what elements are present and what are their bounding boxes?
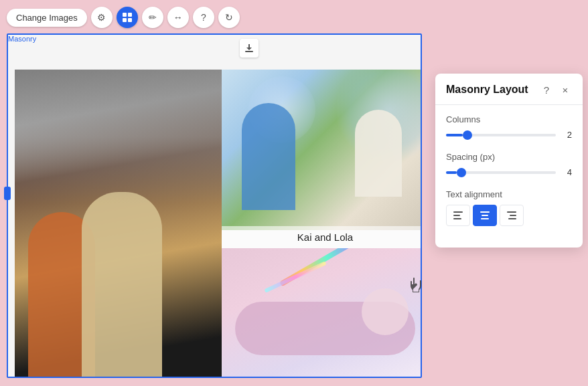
spacing-label: Spacing (px) xyxy=(446,152,572,162)
spacing-slider-row: 4 xyxy=(446,167,572,177)
toolbar: Change Images ⚙ ✏ ↔ ? ↻ xyxy=(7,7,240,28)
svg-rect-8 xyxy=(480,211,490,213)
svg-rect-11 xyxy=(507,211,516,213)
masonry-layout-panel: Masonry Layout ? × Columns 2 Spacing (px… xyxy=(435,74,583,248)
svg-rect-12 xyxy=(510,215,516,216)
svg-rect-6 xyxy=(453,215,460,216)
svg-rect-5 xyxy=(453,211,463,213)
flip-button[interactable]: ↔ xyxy=(167,7,189,28)
panel-header: Masonry Layout ? × xyxy=(435,74,583,105)
text-alignment-section: Text alignment xyxy=(446,189,572,226)
masonry-grid: Rick and Joe Kai and Lola xyxy=(15,70,422,378)
svg-rect-9 xyxy=(482,215,488,216)
panel-help-button[interactable]: ? xyxy=(540,83,553,96)
spacing-section: Spacing (px) 4 xyxy=(446,152,572,177)
svg-rect-10 xyxy=(481,218,489,219)
spacing-slider-thumb[interactable] xyxy=(457,168,466,177)
spacing-slider-fill xyxy=(446,171,457,174)
text-alignment-label: Text alignment xyxy=(446,189,572,199)
panel-close-button[interactable]: × xyxy=(559,83,572,96)
canvas-label: Masonry xyxy=(8,35,36,43)
image-caption-kai-lola: Kai and Lola xyxy=(222,226,422,248)
svg-rect-4 xyxy=(245,51,253,52)
align-buttons-group xyxy=(446,205,572,226)
panel-body: Columns 2 Spacing (px) 4 Text al xyxy=(435,105,583,248)
resize-handle[interactable] xyxy=(4,187,11,200)
svg-rect-1 xyxy=(128,13,132,17)
download-button[interactable] xyxy=(240,39,259,58)
columns-label: Columns xyxy=(446,114,572,124)
settings-button[interactable]: ⚙ xyxy=(91,7,113,28)
panel-header-icons: ? × xyxy=(540,83,572,96)
edit-button[interactable]: ✏ xyxy=(142,7,163,28)
change-images-button[interactable]: Change Images xyxy=(7,9,87,27)
columns-slider-row: 2 xyxy=(446,130,572,140)
canvas-area: Rick and Joe Kai and Lola xyxy=(7,33,422,378)
columns-value: 2 xyxy=(563,130,572,140)
columns-section: Columns 2 xyxy=(446,114,572,140)
spacing-slider-track[interactable] xyxy=(446,171,556,174)
svg-rect-13 xyxy=(508,218,516,219)
panel-title: Masonry Layout xyxy=(446,84,528,96)
spacing-value: 4 xyxy=(563,167,572,177)
columns-slider-fill xyxy=(446,134,463,136)
refresh-button[interactable]: ↻ xyxy=(218,7,240,28)
align-center-button[interactable] xyxy=(473,205,497,226)
layout-button[interactable] xyxy=(117,7,138,28)
align-right-button[interactable] xyxy=(500,205,524,226)
align-left-button[interactable] xyxy=(446,205,470,226)
svg-rect-3 xyxy=(128,18,132,22)
help-button[interactable]: ? xyxy=(193,7,214,28)
svg-rect-2 xyxy=(123,18,127,22)
list-item: Kai and Lola xyxy=(222,70,422,248)
list-item: Rick and Joe xyxy=(15,70,222,378)
list-item: Roland and Leo xyxy=(222,248,422,379)
columns-slider-track[interactable] xyxy=(446,134,556,136)
columns-slider-thumb[interactable] xyxy=(463,130,472,140)
svg-rect-0 xyxy=(123,13,127,17)
svg-rect-7 xyxy=(453,218,461,219)
